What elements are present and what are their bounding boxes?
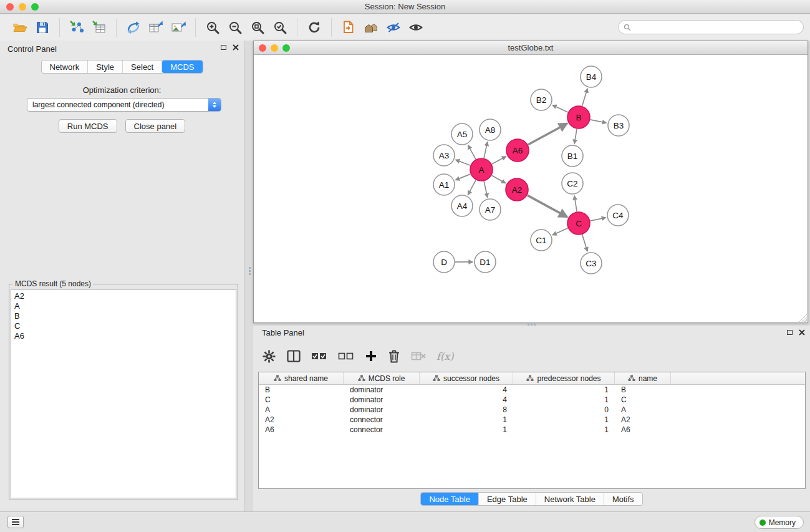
table-row-B[interactable]: Bdominator41B <box>259 385 805 395</box>
edge-B-B3[interactable] <box>591 120 607 123</box>
table-row-A2[interactable]: A2connector11A2 <box>259 415 805 425</box>
zoom-fit-button[interactable] <box>246 17 269 38</box>
edge-B-B4[interactable] <box>582 89 588 106</box>
deselect-all-icon[interactable] <box>338 351 354 362</box>
zoom-selected-button[interactable] <box>269 17 291 38</box>
node-A7[interactable]: A7 <box>480 199 501 220</box>
mcds-result-item[interactable]: A6 <box>14 331 233 341</box>
table-row-A6[interactable]: A6connector11A6 <box>259 425 805 435</box>
hide-details-button[interactable] <box>382 17 405 38</box>
tab-motifs[interactable]: Motifs <box>604 493 642 505</box>
close-panel-button[interactable]: Close panel <box>125 119 186 133</box>
mcds-result-item[interactable]: A <box>14 301 233 311</box>
edge-A-A6[interactable] <box>492 157 506 164</box>
node-B[interactable]: B <box>567 106 590 128</box>
node-D[interactable]: D <box>433 251 455 273</box>
edge-A-A2[interactable] <box>492 175 506 183</box>
show-columns-icon[interactable] <box>287 350 301 362</box>
close-panel-icon[interactable] <box>233 44 239 51</box>
zoom-out-button[interactable] <box>224 17 246 38</box>
zoom-in-button[interactable] <box>201 17 224 38</box>
import-network-button[interactable] <box>65 17 88 38</box>
delete-column-trash-icon[interactable] <box>388 349 400 363</box>
node-A3[interactable]: A3 <box>433 145 455 166</box>
node-B2[interactable]: B2 <box>531 89 552 110</box>
export-table-button[interactable] <box>145 17 167 38</box>
node-D1[interactable]: D1 <box>475 251 496 273</box>
show-details-button[interactable] <box>405 17 427 38</box>
float-panel-icon[interactable] <box>221 45 226 50</box>
edge-A6-B[interactable] <box>528 123 567 145</box>
edge-C-C2[interactable] <box>574 196 577 211</box>
edge-A-A4[interactable] <box>468 180 476 195</box>
tab-select[interactable]: Select <box>123 60 162 73</box>
column-header-predecessor-nodes[interactable]: predecessor nodes <box>513 372 615 384</box>
node-A8[interactable]: A8 <box>480 119 501 140</box>
edge-A-A5[interactable] <box>468 145 476 160</box>
node-A5[interactable]: A5 <box>451 123 473 145</box>
settings-gear-icon[interactable] <box>262 349 276 364</box>
mcds-result-item[interactable]: C <box>14 321 233 331</box>
memory-button[interactable]: Memory <box>755 516 804 529</box>
tab-network[interactable]: Network <box>41 60 88 73</box>
float-table-panel-icon[interactable] <box>787 330 793 335</box>
table-row-C[interactable]: Cdominator41C <box>259 395 805 405</box>
edge-A2-C[interactable] <box>528 195 567 217</box>
refresh-layout-button[interactable] <box>303 17 325 38</box>
edge-C-C4[interactable] <box>591 218 606 221</box>
save-session-button[interactable] <box>31 17 54 38</box>
column-header-successor-nodes[interactable]: successor nodes <box>420 372 513 384</box>
new-network-from-selection-button[interactable] <box>122 17 145 38</box>
node-C1[interactable]: C1 <box>531 230 552 251</box>
node-C[interactable]: C <box>567 212 590 235</box>
column-header-name[interactable]: name <box>615 372 671 384</box>
edge-A-A8[interactable] <box>484 142 488 158</box>
close-window-icon[interactable] <box>6 3 14 11</box>
mcds-result-item[interactable]: A2 <box>14 291 233 301</box>
node-A2[interactable]: A2 <box>506 178 528 201</box>
tab-style[interactable]: Style <box>88 60 123 73</box>
tab-node-table[interactable]: Node Table <box>421 493 479 505</box>
node-A[interactable]: A <box>470 158 493 181</box>
zoom-window-icon[interactable] <box>31 3 39 11</box>
minimize-network-icon[interactable] <box>271 44 278 52</box>
tab-mcds[interactable]: MCDS <box>162 60 202 73</box>
search-input[interactable] <box>634 22 803 33</box>
edge-B-B2[interactable] <box>552 105 568 113</box>
table-row-A[interactable]: Adominator80A <box>259 405 805 415</box>
tab-edge-table[interactable]: Edge Table <box>479 493 536 505</box>
edge-B-B1[interactable] <box>574 129 577 144</box>
duplicate-network-button[interactable] <box>337 17 360 38</box>
edge-A-A3[interactable] <box>456 160 471 165</box>
mcds-result-list[interactable]: A2ABCA6 <box>11 289 236 498</box>
close-network-icon[interactable] <box>259 44 266 52</box>
optimization-criterion-select[interactable]: largest connected component (directed) <box>27 98 221 112</box>
network-window-titlebar[interactable]: testGlobe.txt <box>254 41 808 55</box>
node-B3[interactable]: B3 <box>608 115 629 136</box>
close-table-panel-icon[interactable] <box>799 329 805 336</box>
node-C4[interactable]: C4 <box>607 205 629 226</box>
column-header-shared-name[interactable]: shared name <box>259 372 344 384</box>
network-overview-button[interactable] <box>360 17 382 38</box>
export-image-button[interactable] <box>167 17 190 38</box>
add-column-icon[interactable] <box>365 350 377 362</box>
splitter-grip-vertical[interactable] <box>248 266 251 276</box>
node-A4[interactable]: A4 <box>451 195 473 216</box>
edge-A-A7[interactable] <box>484 181 488 198</box>
node-B1[interactable]: B1 <box>562 145 583 167</box>
import-table-button[interactable] <box>88 17 110 38</box>
edge-C-C1[interactable] <box>552 228 568 235</box>
node-A1[interactable]: A1 <box>433 174 455 195</box>
node-C2[interactable]: C2 <box>562 173 583 194</box>
zoom-network-icon[interactable] <box>282 44 290 52</box>
column-header-mcds-role[interactable]: MCDS role <box>344 372 420 384</box>
node-C3[interactable]: C3 <box>581 253 602 274</box>
task-history-button[interactable] <box>7 516 24 528</box>
minimize-window-icon[interactable] <box>19 3 26 11</box>
network-canvas[interactable]: AA6A2BCA5A8A3A1A4A7B1B2B3B4C1C2C3C4DD1 <box>254 56 808 322</box>
tab-network-table[interactable]: Network Table <box>536 493 604 505</box>
run-mcds-button[interactable]: Run MCDS <box>59 119 117 133</box>
edge-A-A1[interactable] <box>456 174 471 180</box>
node-B4[interactable]: B4 <box>581 66 602 87</box>
edge-C-C3[interactable] <box>582 235 587 251</box>
